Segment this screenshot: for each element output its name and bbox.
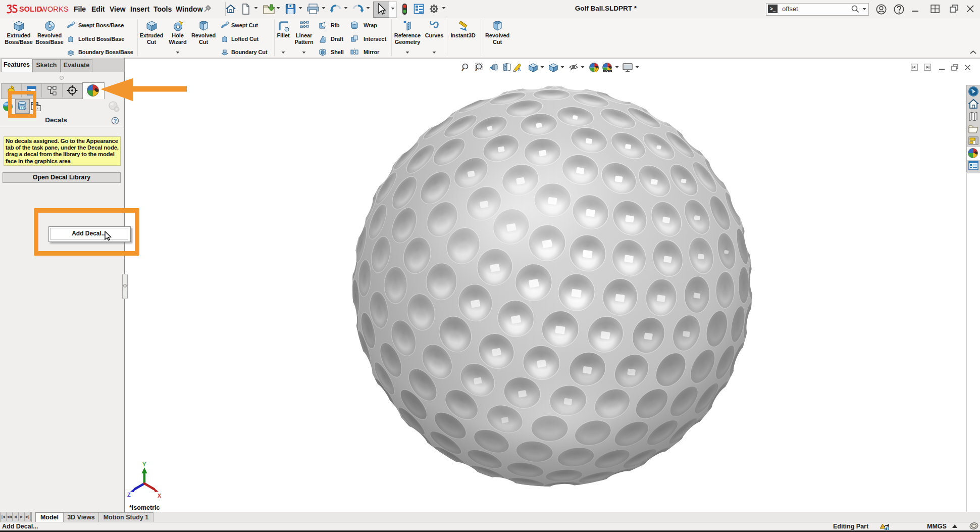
svg-text:Z: Z — [127, 492, 131, 498]
svg-text:3D: 3D — [970, 88, 973, 91]
svg-text:X: X — [158, 493, 162, 498]
svg-text:?: ? — [114, 118, 117, 124]
svg-text:WORKS: WORKS — [40, 5, 69, 13]
svg-text:!: ! — [882, 525, 883, 528]
svg-text:SOLID: SOLID — [19, 5, 42, 13]
svg-text:A: A — [518, 67, 521, 72]
svg-text:Y: Y — [142, 462, 146, 467]
